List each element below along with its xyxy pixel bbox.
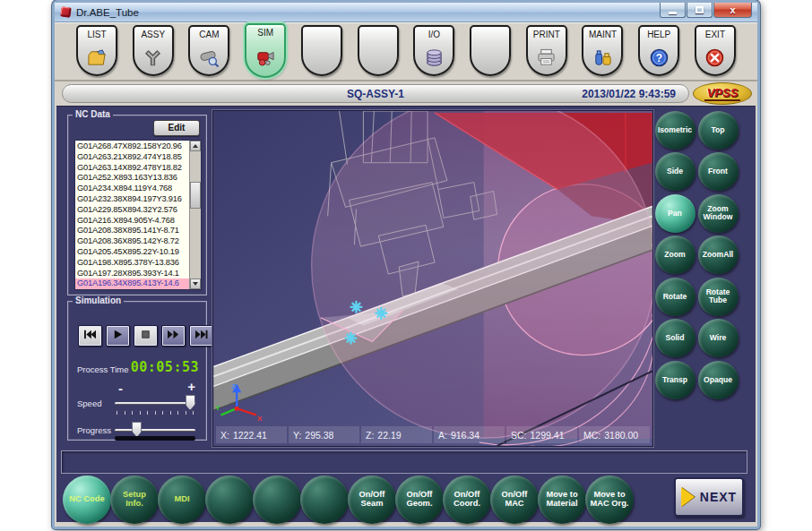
bottom-button-on-off-coord[interactable]: On/Off Coord. [443, 475, 491, 524]
view-button-solid[interactable]: Solid [655, 319, 695, 357]
scroll-up-button[interactable] [190, 141, 201, 151]
speed-slider-track[interactable] [115, 402, 195, 405]
toolbar-tab-list[interactable]: LIST [76, 25, 117, 76]
nc-code-line[interactable]: G01A229.85X894.32Y2.576 [75, 205, 189, 216]
play-button[interactable] [106, 325, 130, 347]
playback-controls [78, 325, 213, 347]
toolbar-tab-label: HELP [647, 30, 670, 41]
view-button-front[interactable]: Front [698, 152, 739, 191]
to-start-icon [83, 328, 97, 344]
view-button-rotate-tube[interactable]: Rotate Tube [698, 278, 739, 316]
speed-minus-label[interactable]: - [118, 381, 123, 395]
nc-code-line[interactable]: G01A205.45X895.22Y-10.19 [75, 247, 189, 258]
view-button-rotate[interactable]: Rotate [655, 278, 695, 316]
nc-code-line[interactable]: G01A208.36X895.142Y-8.72 [75, 236, 189, 247]
speed-slider-thumb[interactable] [186, 395, 195, 410]
tick-mark [186, 411, 186, 415]
view-button-opaque[interactable]: Opaque [698, 361, 739, 399]
bottom-button-on-off-mac[interactable]: On/Off MAC [490, 475, 539, 524]
speed-plus-label[interactable]: + [187, 380, 195, 393]
stop-button[interactable] [134, 325, 158, 347]
tick-mark [177, 411, 178, 415]
view-button-side[interactable]: Side [655, 152, 695, 191]
view-button-top[interactable]: Top [698, 111, 739, 150]
maximize-icon [695, 6, 704, 13]
bottom-button-nc-code[interactable]: NC Code [63, 475, 111, 524]
close-button[interactable]: x [713, 3, 752, 18]
view-button-zoom-window[interactable]: Zoom Window [698, 194, 739, 233]
bottom-button-empty [205, 475, 254, 524]
status-row: SQ-ASSY-1 2013/01/22 9:43:59 VPSS [55, 81, 757, 106]
status-pill: SQ-ASSY-1 2013/01/22 9:43:59 [62, 84, 689, 103]
nc-code-line[interactable]: G01A263.14X892.478Y18.82 [75, 163, 189, 174]
toolbar-tab-empty[interactable] [470, 25, 511, 76]
nc-code-line[interactable]: G01A198.X895.378Y-13.836 [75, 258, 189, 269]
coord-sc: SC:1299.41 [506, 426, 577, 443]
toolbar-tab-help[interactable]: HELP? [638, 25, 679, 76]
view-button-transp[interactable]: Transp [655, 361, 695, 399]
view-button-isometric[interactable]: Isometric [655, 111, 695, 150]
next-button[interactable]: NEXT [674, 477, 744, 517]
nc-code-line[interactable]: G01A216.X894.905Y-4.768 [75, 216, 189, 227]
bottom-button-move-to-material[interactable]: Move to Material [538, 475, 586, 524]
titlebar[interactable]: Dr.ABE_Tube x [55, 3, 757, 22]
toolbar-tab-empty[interactable] [358, 25, 399, 76]
bottom-button-move-to-mac-org[interactable]: Move to MAC Org. [585, 475, 634, 524]
nc-code-line[interactable]: G01A208.38X895.141Y-8.71 [75, 226, 189, 236]
fast-forward-button[interactable] [161, 325, 186, 347]
toolbar-tab-i-o[interactable]: I/O [413, 25, 454, 76]
nc-code-line[interactable]: G01A197.28X895.393Y-14.1 [75, 269, 189, 279]
bottom-button-mdi[interactable]: MDI [158, 475, 206, 524]
cam-tube-icon [199, 41, 220, 74]
nc-code-line[interactable]: G01A232.38X894.197Y3.916 [75, 194, 189, 205]
nc-code-line[interactable]: G01A196.34X895.413Y-14.6 [75, 278, 189, 289]
progress-slider-track[interactable] [115, 429, 195, 432]
to-start-button[interactable] [78, 325, 102, 347]
window-title: Dr.ABE_Tube [76, 7, 139, 18]
view-button-pan[interactable]: Pan [655, 194, 695, 233]
nc-data-panel: NC Data Edit G01A268.47X892.158Y20.96G01… [67, 115, 207, 295]
coord-x: X:1222.41 [216, 426, 287, 443]
view-button-zoomall[interactable]: ZoomAll [698, 236, 739, 274]
arrow-up-icon [193, 144, 198, 148]
view-button-wire[interactable]: Wire [698, 319, 739, 357]
bottom-button-on-off-geom[interactable]: On/Off Geom. [395, 475, 444, 524]
view-button-zoom[interactable]: Zoom [655, 236, 695, 274]
coord-label: SC: [511, 430, 527, 441]
progress-label: Progress [77, 425, 111, 435]
maximize-button[interactable] [687, 3, 713, 18]
edit-button[interactable]: Edit [153, 120, 200, 136]
toolbar-tab-label: EXIT [705, 30, 725, 41]
process-time-value: 00:05:53 [131, 359, 199, 375]
tick-mark [155, 411, 156, 415]
minimize-button[interactable] [660, 3, 686, 18]
toolbar-tab-sim[interactable]: SIM [245, 23, 286, 78]
toolbar-tab-maint[interactable]: MAINT [582, 25, 623, 76]
progress-slider-thumb[interactable] [132, 422, 142, 437]
nc-code-line[interactable]: G01A234.X894.119Y4.768 [75, 184, 189, 194]
scrollbar-thumb[interactable] [190, 182, 201, 209]
toolbar-tab-label: PRINT [533, 30, 560, 41]
nc-code-line[interactable]: G01A268.47X892.158Y20.96 [75, 141, 189, 152]
bottom-button-setup-info[interactable]: Setup Info. [110, 475, 159, 524]
nc-code-line[interactable]: G01A263.21X892.474Y18.85 [75, 152, 189, 163]
to-end-button[interactable] [189, 325, 213, 347]
nc-code-line[interactable]: G01A252.X893.163Y13.836 [75, 173, 189, 184]
toolbar-tab-empty[interactable] [301, 25, 342, 76]
next-arrow-icon [681, 487, 695, 507]
datetime: 2013/01/22 9:43:59 [582, 88, 676, 100]
tick-mark [117, 411, 117, 415]
toolbar-tab-cam[interactable]: CAM [188, 25, 229, 76]
viewport-3d[interactable]: Z Y X X:1222.41Y:295.38Z:22.19A:916.34SC… [212, 110, 653, 447]
scroll-down-button[interactable] [190, 278, 201, 289]
toolbar-tab-print[interactable]: PRINT [526, 25, 567, 76]
scrollbar-track[interactable] [190, 151, 201, 278]
coord-label: X: [220, 430, 229, 441]
svg-text:Z: Z [231, 382, 236, 390]
bottom-button-on-off-seam[interactable]: On/Off Seam [348, 475, 396, 524]
nc-list-scrollbar[interactable] [189, 141, 201, 289]
nc-code-list[interactable]: G01A268.47X892.158Y20.96G01A263.21X892.4… [75, 141, 189, 289]
toolbar-tab-assy[interactable]: ASSY [133, 25, 174, 76]
maintenance-icon [592, 41, 613, 74]
toolbar-tab-exit[interactable]: EXIT [695, 25, 736, 76]
